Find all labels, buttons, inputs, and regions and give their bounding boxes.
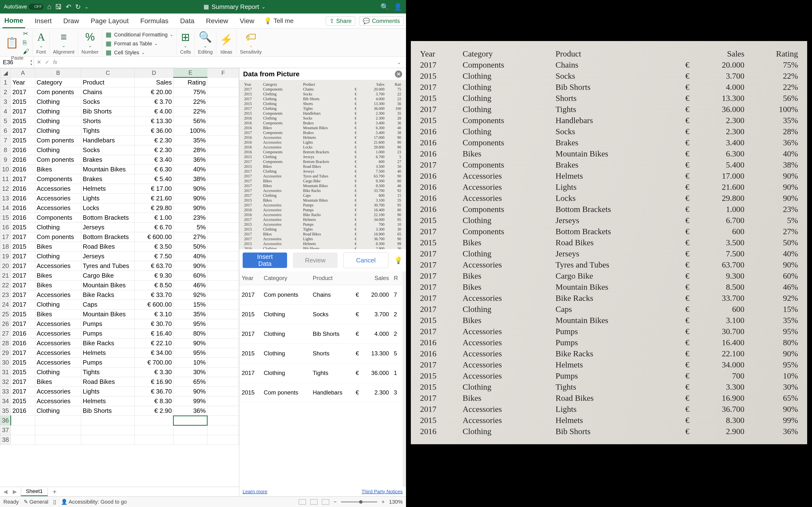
- col-header-b[interactable]: B: [35, 68, 81, 77]
- panel-th-sales[interactable]: Sales: [363, 271, 391, 285]
- cell[interactable]: 2016: [11, 165, 35, 174]
- cell[interactable]: [207, 358, 239, 368]
- cell[interactable]: Brakes: [81, 155, 135, 165]
- cell[interactable]: 2017: [11, 88, 35, 97]
- cell[interactable]: € 3.50: [135, 242, 173, 251]
- cell[interactable]: 56%: [173, 116, 207, 126]
- macro-record-icon[interactable]: ▯: [53, 499, 56, 505]
- cell[interactable]: Clothing: [35, 368, 81, 377]
- cell[interactable]: [207, 377, 239, 387]
- learn-more-link[interactable]: Learn more: [243, 489, 267, 495]
- home-icon[interactable]: ⌂: [47, 3, 51, 11]
- cell[interactable]: Clothing: [35, 300, 81, 309]
- cell[interactable]: € 8.30: [135, 396, 173, 406]
- cell[interactable]: Accessories: [35, 193, 81, 203]
- cell[interactable]: Clothing: [35, 145, 81, 155]
- row-header[interactable]: 10: [0, 165, 11, 174]
- cell[interactable]: Com ponents: [35, 155, 81, 165]
- cell[interactable]: 2017: [11, 126, 35, 136]
- cell[interactable]: Caps: [81, 300, 135, 309]
- cell[interactable]: 2015: [11, 97, 35, 107]
- close-panel-button[interactable]: ✕: [395, 70, 402, 78]
- cell[interactable]: Components: [35, 213, 81, 223]
- cell[interactable]: 40%: [173, 165, 207, 174]
- cell[interactable]: Clothing: [35, 107, 81, 116]
- tab-data[interactable]: Data: [178, 13, 196, 28]
- cell[interactable]: [135, 435, 173, 445]
- cell[interactable]: 2015: [11, 136, 35, 145]
- cell[interactable]: [207, 396, 239, 406]
- cell[interactable]: 27%: [173, 232, 207, 242]
- cell[interactable]: 100%: [173, 126, 207, 136]
- cell[interactable]: Cargo Bike: [81, 271, 135, 281]
- cell[interactable]: [207, 155, 239, 165]
- enter-fx-icon[interactable]: ✓: [45, 59, 49, 65]
- cell[interactable]: [207, 145, 239, 155]
- cell[interactable]: Bikes: [35, 309, 81, 319]
- cell[interactable]: [207, 184, 239, 193]
- col-header-d[interactable]: D: [135, 68, 173, 77]
- cells-button[interactable]: ⊞⌄: [181, 31, 190, 49]
- panel-photo-thumbnail[interactable]: YearCategoryProductSalesRati2017Componen…: [239, 80, 406, 249]
- cell[interactable]: 65%: [173, 377, 207, 387]
- format-as-table-button[interactable]: ▦Format as Table ⌄: [106, 40, 173, 47]
- cell[interactable]: € 2.30: [135, 145, 173, 155]
- cell[interactable]: [207, 165, 239, 174]
- cell[interactable]: 90%: [173, 203, 207, 213]
- cell[interactable]: Product: [81, 77, 135, 88]
- cell[interactable]: Helmets: [81, 396, 135, 406]
- cell[interactable]: [11, 426, 35, 435]
- cell[interactable]: [207, 116, 239, 126]
- cell[interactable]: [207, 387, 239, 396]
- cell[interactable]: Accessories: [35, 203, 81, 213]
- cell[interactable]: 75%: [173, 88, 207, 97]
- alignment-button[interactable]: ≡⌄: [61, 31, 67, 48]
- row-header[interactable]: 13: [0, 193, 11, 203]
- cell[interactable]: 90%: [173, 387, 207, 396]
- cell[interactable]: [207, 203, 239, 213]
- cell[interactable]: [207, 281, 239, 290]
- sensitivity-button[interactable]: 🏷⌄: [246, 31, 256, 48]
- cell[interactable]: € 3.70: [135, 97, 173, 107]
- cell[interactable]: 36%: [173, 406, 207, 416]
- cell[interactable]: [207, 193, 239, 203]
- table-row[interactable]: 2017ClothingBib Shorts€4.0002: [239, 324, 403, 344]
- cell[interactable]: Accessories: [35, 387, 81, 396]
- row-header[interactable]: 6: [0, 126, 11, 136]
- row-header[interactable]: 14: [0, 203, 11, 213]
- cell[interactable]: Shorts: [81, 116, 135, 126]
- cell[interactable]: [207, 300, 239, 309]
- panel-th-category[interactable]: Category: [261, 271, 310, 285]
- cell[interactable]: Mountain Bikes: [81, 309, 135, 319]
- panel-scrollbar[interactable]: [403, 271, 406, 487]
- table-row[interactable]: 2017ClothingTights€36.0001: [239, 363, 403, 383]
- cell[interactable]: Pumps: [81, 329, 135, 338]
- row-header[interactable]: 22: [0, 281, 11, 290]
- row-header[interactable]: 9: [0, 155, 11, 165]
- cell[interactable]: 2015: [11, 368, 35, 377]
- cell[interactable]: € 33.70: [135, 290, 173, 300]
- cell[interactable]: Accessories: [35, 184, 81, 193]
- cell[interactable]: 15%: [173, 300, 207, 309]
- cell[interactable]: 2016: [11, 406, 35, 416]
- cell[interactable]: Locks: [81, 203, 135, 213]
- cell[interactable]: 23%: [173, 213, 207, 223]
- cell[interactable]: [207, 97, 239, 107]
- cell[interactable]: 40%: [173, 251, 207, 261]
- cell[interactable]: Bikes: [35, 377, 81, 387]
- cell[interactable]: 2017: [11, 319, 35, 329]
- cell[interactable]: € 2.30: [135, 136, 173, 145]
- cell[interactable]: 90%: [173, 338, 207, 348]
- cell[interactable]: Bikes: [35, 271, 81, 281]
- cell[interactable]: 2017: [11, 300, 35, 309]
- cell[interactable]: [35, 426, 81, 435]
- cell[interactable]: Components: [35, 174, 81, 184]
- cell[interactable]: 2017: [11, 387, 35, 396]
- cell[interactable]: € 16.40: [135, 329, 173, 338]
- zoom-slider[interactable]: [341, 501, 377, 502]
- redo-icon[interactable]: ↻: [75, 3, 81, 11]
- table-row[interactable]: 2015ClothingSocks€3.7002: [239, 305, 403, 324]
- format-indicator[interactable]: ✎ General: [24, 499, 48, 505]
- row-header[interactable]: 34: [0, 396, 11, 406]
- tab-home[interactable]: Home: [2, 13, 25, 28]
